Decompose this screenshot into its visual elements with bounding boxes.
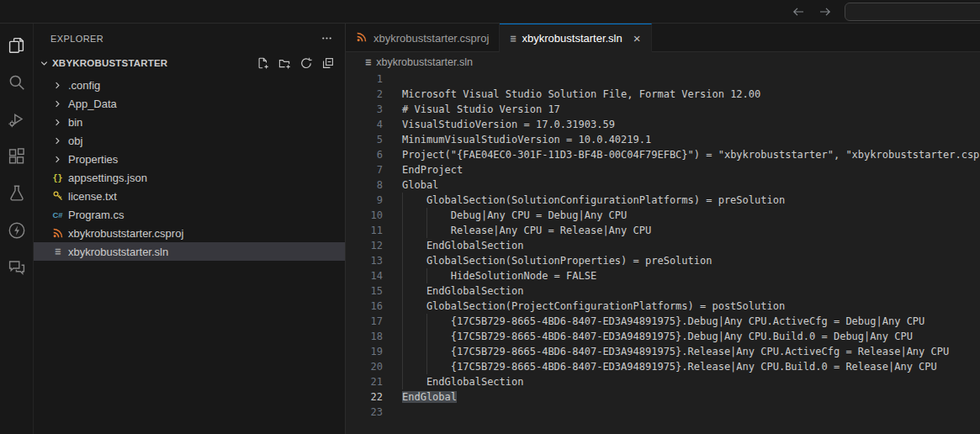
indent-guide [402, 374, 426, 389]
indent-guide [402, 268, 426, 283]
ellipsis-icon[interactable] [318, 30, 335, 47]
project-section-header[interactable]: XBYKROBUSTSTARTER [34, 53, 345, 73]
line-number: 8 [346, 177, 383, 193]
code-text: EndGlobalSection [426, 285, 524, 297]
json-braces-icon: {} [52, 173, 62, 183]
extensions-icon[interactable] [6, 146, 27, 167]
arrow-right-icon [818, 5, 832, 19]
code-line-22[interactable]: 22EndGlobal [346, 389, 980, 405]
code-line-18[interactable]: 18{17C5B729-8665-4BD6-8407-ED3A94891975}… [346, 329, 980, 344]
indent-guide [426, 268, 451, 283]
code-line-21[interactable]: 21EndGlobalSection [346, 374, 980, 389]
code-line-11[interactable]: 11Release|Any CPU = Release|Any CPU [346, 223, 980, 238]
explorer-item-appsettings-json[interactable]: {}appsettings.json [34, 168, 345, 187]
indent-guide [402, 193, 426, 208]
explorer-icon[interactable] [6, 34, 27, 56]
code-line-4[interactable]: 4VisualStudioVersion = 17.0.31903.59 [346, 117, 980, 132]
line-number: 11 [346, 223, 383, 238]
tab-close-icon[interactable]: × [633, 32, 641, 45]
code-editor[interactable]: 12Microsoft Visual Studio Solution File,… [346, 71, 980, 420]
code-text: HideSolutionNode = FALSE [451, 270, 596, 282]
code-line-10[interactable]: 10Debug|Any CPU = Debug|Any CPU [346, 208, 980, 223]
code-text: {17C5B729-8665-4BD6-8407-ED3A94891975}.D… [451, 331, 913, 342]
chevron-down-icon [37, 56, 50, 70]
testing-icon[interactable] [6, 183, 27, 204]
code-text: {17C5B729-8665-4BD6-8407-ED3A94891975}.R… [451, 346, 949, 357]
go-back-button[interactable] [791, 4, 806, 19]
explorer-item-license-txt[interactable]: license.txt [34, 187, 345, 205]
explorer-item-xbykrobuststarter-csproj[interactable]: xbykrobuststarter.csproj [34, 224, 345, 242]
explorer-item-xbykrobuststarter-sln[interactable]: ≡xbykrobuststarter.sln [34, 242, 345, 261]
line-number: 19 [346, 344, 383, 359]
breadcrumb[interactable]: ≡ xbykrobuststarter.sln [346, 52, 980, 71]
indent-guide [402, 359, 426, 374]
chevron-right-icon [51, 135, 64, 147]
explorer-toolbar [255, 56, 335, 71]
code-line-1[interactable]: 1 [346, 71, 980, 87]
tab-label: xbykrobuststarter.sln [522, 32, 622, 45]
new-file-icon[interactable] [255, 56, 269, 71]
vscode-window: EXPLORER XBYKROBUSTSTARTER [0, 0, 980, 434]
line-number: 4 [346, 117, 383, 132]
code-line-6[interactable]: 6Project("{FAE04EC0-301F-11D3-BF4B-00C04… [346, 147, 980, 162]
indent-guide [402, 299, 426, 314]
search-icon[interactable] [6, 71, 27, 93]
line-number: 13 [346, 253, 383, 268]
collapse-all-icon[interactable] [320, 56, 335, 71]
code-line-8[interactable]: 8Global [346, 177, 980, 193]
code-line-19[interactable]: 19{17C5B729-8665-4BD6-8407-ED3A94891975}… [346, 344, 980, 359]
chevron-right-icon [51, 116, 64, 129]
code-line-12[interactable]: 12EndGlobalSection [346, 238, 980, 253]
code-line-7[interactable]: 7EndProject [346, 162, 980, 177]
tab-xbykrobuststarter.sln[interactable]: ≡xbykrobuststarter.sln× [500, 24, 651, 52]
explorer-item--config[interactable]: .config [34, 76, 345, 94]
tab-xbykrobuststarter.csproj[interactable]: xbykrobuststarter.csproj [346, 24, 500, 52]
code-line-3[interactable]: 3# Visual Studio Version 17 [346, 102, 980, 117]
arrow-left-icon [792, 5, 805, 19]
list-icon: ≡ [365, 56, 371, 68]
command-center-searchbox[interactable] [845, 3, 980, 21]
code-line-2[interactable]: 2Microsoft Visual Studio Solution File, … [346, 87, 980, 102]
explorer-item-obj[interactable]: obj [34, 131, 345, 150]
line-number: 1 [346, 71, 383, 87]
code-line-20[interactable]: 20{17C5B729-8665-4BD6-8407-ED3A94891975}… [346, 359, 980, 374]
code-line-15[interactable]: 15EndGlobalSection [346, 283, 980, 299]
code-text: GlobalSection(ProjectConfigurationPlatfo… [426, 300, 785, 312]
line-number: 7 [346, 162, 383, 177]
code-line-17[interactable]: 17{17C5B729-8665-4BD6-8407-ED3A94891975}… [346, 314, 980, 329]
go-forward-button[interactable] [818, 4, 833, 19]
indent-guide [402, 283, 426, 299]
new-folder-icon[interactable] [277, 56, 291, 71]
run-debug-icon[interactable] [6, 108, 27, 130]
code-text: {17C5B729-8665-4BD6-8407-ED3A94891975}.R… [451, 361, 937, 373]
code-line-16[interactable]: 16GlobalSection(ProjectConfigurationPlat… [346, 299, 980, 314]
refresh-icon[interactable] [299, 56, 313, 71]
code-line-5[interactable]: 5MinimumVisualStudioVersion = 10.0.40219… [346, 132, 980, 147]
tab-bar: xbykrobuststarter.csproj≡xbykrobuststart… [346, 24, 980, 52]
list-icon: ≡ [510, 33, 516, 45]
explorer-item-app-data[interactable]: App_Data [34, 94, 345, 113]
code-line-9[interactable]: 9GlobalSection(SolutionConfigurationPlat… [346, 193, 980, 208]
title-bar [0, 0, 980, 24]
zap-icon[interactable] [6, 220, 27, 241]
line-number: 22 [346, 389, 383, 405]
explorer-item-label: appsettings.json [68, 172, 147, 184]
indent-guide [426, 223, 451, 238]
code-text: Release|Any CPU = Release|Any CPU [451, 225, 651, 236]
indent-guide [402, 253, 426, 268]
line-number: 2 [346, 87, 383, 102]
rss-icon [356, 31, 368, 43]
explorer-item-program-cs[interactable]: C#Program.cs [34, 205, 345, 224]
explorer-item-bin[interactable]: bin [34, 113, 345, 131]
explorer-item-properties[interactable]: Properties [34, 150, 345, 168]
chat-icon[interactable] [6, 257, 27, 278]
code-text: EndProject [402, 164, 463, 176]
code-line-13[interactable]: 13GlobalSection(SolutionProperties) = pr… [346, 253, 980, 268]
indent-guide [426, 208, 451, 223]
code-text: EndGlobalSection [426, 240, 524, 251]
explorer-sidebar: EXPLORER XBYKROBUSTSTARTER [34, 24, 346, 434]
code-line-23[interactable]: 23 [346, 405, 980, 420]
chevron-right-icon [51, 79, 64, 92]
code-text: Debug|Any CPU = Debug|Any CPU [451, 209, 628, 221]
code-line-14[interactable]: 14HideSolutionNode = FALSE [346, 268, 980, 283]
